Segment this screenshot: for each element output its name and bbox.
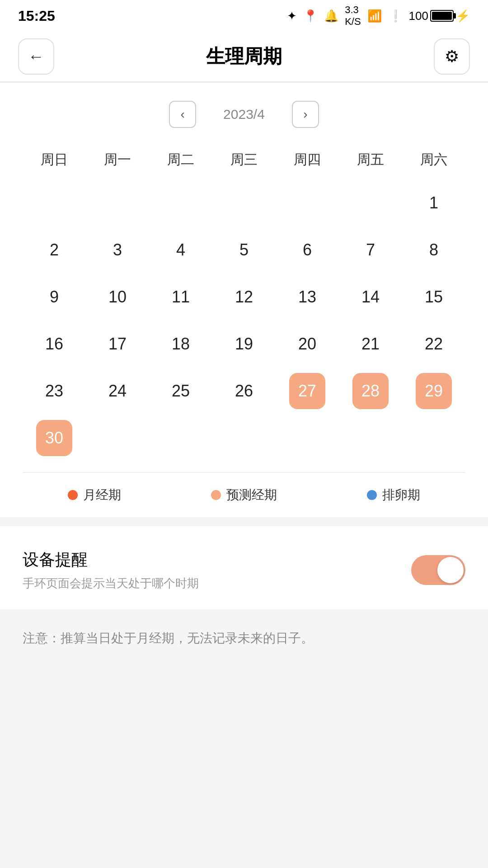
- cal-day[interactable]: 10: [99, 279, 136, 315]
- cal-cell[interactable]: 15: [402, 277, 465, 317]
- prev-month-button[interactable]: ‹: [169, 101, 196, 128]
- cal-day: [289, 420, 325, 456]
- cal-day[interactable]: 25: [163, 373, 199, 409]
- cal-cell[interactable]: 29: [402, 371, 465, 411]
- settings-button[interactable]: ⚙: [434, 38, 470, 75]
- cal-cell[interactable]: 30: [23, 418, 86, 458]
- cal-day[interactable]: 14: [352, 279, 389, 315]
- device-reminder-toggle[interactable]: [411, 555, 465, 585]
- cal-cell[interactable]: 25: [149, 371, 212, 411]
- legend-dot-predicted: [211, 490, 221, 500]
- cal-cell[interactable]: 24: [86, 371, 149, 411]
- cal-day[interactable]: 2: [36, 232, 72, 268]
- cal-day[interactable]: 16: [36, 326, 72, 362]
- cal-cell[interactable]: 16: [23, 324, 86, 364]
- note-text: 注意：推算当日处于月经期，无法记录未来的日子。: [23, 627, 465, 649]
- cal-cell[interactable]: 12: [212, 277, 276, 317]
- cal-cell[interactable]: 5: [212, 230, 276, 270]
- calendar-section: ‹ 2023/4 › 周日 周一 周二 周三 周四 周五 周六 12345678…: [0, 83, 488, 517]
- device-reminder-title: 设备提醒: [23, 549, 411, 571]
- cal-day: [163, 420, 199, 456]
- settings-section: 设备提醒 手环页面会提示当天处于哪个时期: [0, 526, 488, 609]
- cal-day[interactable]: 9: [36, 279, 72, 315]
- cal-day: [36, 185, 72, 221]
- header: ← 生理周期 ⚙: [0, 32, 488, 81]
- cal-cell[interactable]: 28: [339, 371, 402, 411]
- cal-cell[interactable]: 21: [339, 324, 402, 364]
- cal-day: [352, 185, 389, 221]
- cal-cell: [212, 418, 276, 458]
- cal-day[interactable]: 30: [36, 420, 72, 456]
- legend-label-predicted: 预测经期: [226, 486, 277, 504]
- status-icons: ✦ 📍 🔔 3.3K/S 📶 ❕ 100 ⚡: [287, 4, 470, 28]
- back-button[interactable]: ←: [18, 38, 54, 75]
- cal-day[interactable]: 11: [163, 279, 199, 315]
- cal-day[interactable]: 27: [289, 373, 325, 409]
- cal-day[interactable]: 22: [416, 326, 452, 362]
- cal-cell[interactable]: 14: [339, 277, 402, 317]
- weekday-sun: 周日: [23, 146, 86, 174]
- cal-day[interactable]: 20: [289, 326, 325, 362]
- location-icon: 📍: [303, 9, 318, 23]
- cal-day[interactable]: 17: [99, 326, 136, 362]
- cal-cell: [86, 183, 149, 223]
- cal-cell[interactable]: 7: [339, 230, 402, 270]
- cal-cell[interactable]: 6: [276, 230, 339, 270]
- calendar-legend: 月经期 预测经期 排卵期: [23, 472, 465, 504]
- cal-day[interactable]: 13: [289, 279, 325, 315]
- wifi-icon: 📶: [367, 9, 382, 23]
- cal-cell[interactable]: 4: [149, 230, 212, 270]
- cal-day[interactable]: 3: [99, 232, 136, 268]
- next-month-button[interactable]: ›: [292, 101, 319, 128]
- cal-day[interactable]: 24: [99, 373, 136, 409]
- cal-day[interactable]: 29: [416, 373, 452, 409]
- cal-cell[interactable]: 10: [86, 277, 149, 317]
- cal-cell: [212, 183, 276, 223]
- cal-cell[interactable]: 18: [149, 324, 212, 364]
- device-reminder-desc: 手环页面会提示当天处于哪个时期: [23, 576, 411, 591]
- cal-day[interactable]: 21: [352, 326, 389, 362]
- cal-cell[interactable]: 8: [402, 230, 465, 270]
- weekday-thu: 周四: [276, 146, 339, 174]
- device-reminder-row: 设备提醒 手环页面会提示当天处于哪个时期: [23, 549, 465, 591]
- cal-day[interactable]: 8: [416, 232, 452, 268]
- legend-dot-ovulation: [367, 490, 377, 500]
- cal-day[interactable]: 18: [163, 326, 199, 362]
- cal-cell[interactable]: 3: [86, 230, 149, 270]
- cal-cell: [402, 418, 465, 458]
- cal-cell: [339, 183, 402, 223]
- cal-cell[interactable]: 1: [402, 183, 465, 223]
- cal-cell[interactable]: 19: [212, 324, 276, 364]
- cal-day[interactable]: 12: [226, 279, 262, 315]
- cal-cell[interactable]: 23: [23, 371, 86, 411]
- cal-day[interactable]: 23: [36, 373, 72, 409]
- legend-dot-menstrual: [68, 490, 78, 500]
- battery-box: 100 ⚡: [409, 9, 470, 23]
- cal-cell[interactable]: 13: [276, 277, 339, 317]
- cal-cell[interactable]: 9: [23, 277, 86, 317]
- cal-cell[interactable]: 27: [276, 371, 339, 411]
- cal-cell[interactable]: 20: [276, 324, 339, 364]
- cal-day[interactable]: 6: [289, 232, 325, 268]
- page-title: 生理周期: [206, 44, 282, 69]
- cal-day[interactable]: 4: [163, 232, 199, 268]
- cal-cell[interactable]: 26: [212, 371, 276, 411]
- cal-day[interactable]: 1: [416, 185, 452, 221]
- cal-day: [163, 185, 199, 221]
- cal-day[interactable]: 7: [352, 232, 389, 268]
- status-bar: 15:25 ✦ 📍 🔔 3.3K/S 📶 ❕ 100 ⚡: [0, 0, 488, 32]
- battery-label: 100: [409, 9, 428, 23]
- cal-day[interactable]: 28: [352, 373, 389, 409]
- month-label: 2023/4: [223, 107, 265, 122]
- cal-cell[interactable]: 17: [86, 324, 149, 364]
- cal-cell[interactable]: 11: [149, 277, 212, 317]
- cal-day[interactable]: 19: [226, 326, 262, 362]
- chevron-left-icon: ‹: [180, 107, 184, 122]
- cal-cell[interactable]: 2: [23, 230, 86, 270]
- cal-day: [416, 420, 452, 456]
- cal-day[interactable]: 5: [226, 232, 262, 268]
- cal-cell: [23, 183, 86, 223]
- cal-day[interactable]: 15: [416, 279, 452, 315]
- cal-day[interactable]: 26: [226, 373, 262, 409]
- cal-cell[interactable]: 22: [402, 324, 465, 364]
